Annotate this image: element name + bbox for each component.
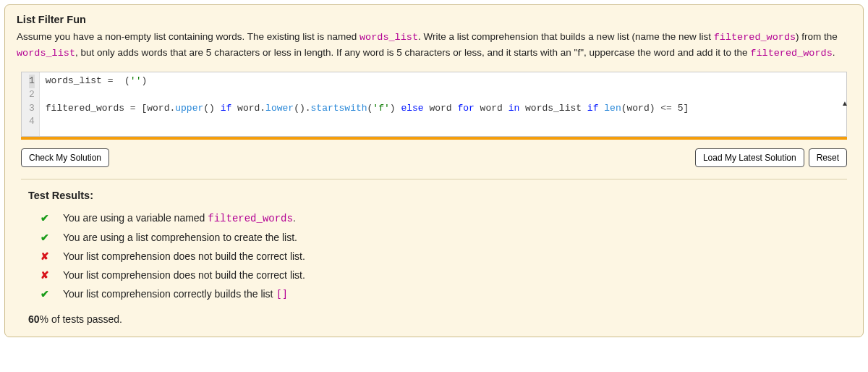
line-number-gutter: 1 2 3 4 [22,72,40,136]
code-token: [word. [136,103,176,114]
result-text: You are using a list comprehension to cr… [63,232,297,243]
code-editor[interactable]: 1 2 3 4 words_list = ('') filtered_words… [21,72,847,137]
code-token: else [401,103,423,114]
check-icon: ✔ [40,288,50,300]
code-token: for [457,103,474,114]
check-icon: ✔ [40,232,50,243]
code-token: 'f' [373,103,389,114]
action-button-row: Check My Solution Load My Latest Solutio… [17,148,851,167]
prompt-text: ) from the [796,31,838,42]
code-token: ( [113,75,129,86]
code-token: word. [231,103,265,114]
code-token: <= [660,103,672,114]
test-result-row: ✔ You are using a list comprehension to … [28,228,840,247]
code-token: lower [265,103,294,114]
test-result-row: ✔ You are using a variable named filtere… [28,208,840,228]
code-token: filtered_words [46,103,130,114]
prompt-text: . [833,47,835,58]
result-text: Your list comprehension correctly builds… [63,288,276,300]
code-token: (). [294,103,310,114]
cross-icon: ✘ [40,250,50,262]
test-result-row: ✘ Your list comprehension does not build… [28,247,840,266]
test-result-row: ✔ Your list comprehension correctly buil… [28,284,840,303]
test-result-text: You are using a list comprehension to cr… [63,232,297,243]
result-code: [] [276,288,288,300]
code-token: len [604,103,621,114]
code-token: '' [130,75,142,86]
test-result-row: ✘ Your list comprehension does not build… [28,266,840,284]
code-token: if [587,103,599,114]
code-words-list: words_list [17,48,75,59]
test-result-text: Your list comprehension correctly builds… [63,288,288,300]
code-words-list: words_list [359,32,418,43]
line-number: 2 [29,88,35,102]
code-token: ) [390,103,401,114]
code-token: startswith [311,103,367,114]
code-token [672,103,678,114]
test-result-text: You are using a variable named filtered_… [63,212,296,224]
line-number: 4 [29,115,35,129]
reset-button[interactable]: Reset [809,148,847,167]
result-text: Your list comprehension does not build t… [63,269,305,281]
result-code: filtered_words [208,213,293,224]
code-token: word [475,103,509,114]
code-token: words_list [46,75,108,86]
load-latest-button[interactable]: Load My Latest Solution [695,148,804,167]
prompt-text: Assume you have a non-empty list contain… [17,31,359,42]
result-text: You are using a variable named [63,212,208,224]
line-number: 3 [29,102,35,116]
code-token: = [130,103,136,114]
check-icon: ✔ [40,212,50,224]
collapse-caret-icon[interactable]: ▲ [841,99,848,107]
pass-suffix: % of tests passed. [40,313,122,325]
test-results-title: Test Results: [28,190,840,201]
prompt-text: , but only adds words that are 5 charact… [75,47,750,58]
code-token: word [424,103,458,114]
result-text: Your list comprehension does not build t… [63,250,305,262]
code-token: 5 [678,103,684,114]
editor-accent-bar [21,137,847,140]
prompt-text: . Write a list comprehension that builds… [418,31,714,42]
code-token: ] [684,103,689,114]
exercise-title: List Filter Fun [17,14,851,25]
line-number: 1 [29,75,35,88]
result-text: . [293,212,296,224]
pass-rate: 60% of tests passed. [28,313,840,325]
code-token: upper [175,103,203,114]
test-result-text: Your list comprehension does not build t… [63,269,305,281]
code-token: () [203,103,220,114]
exercise-prompt: Assume you have a non-empty list contain… [17,30,851,62]
exercise-panel: List Filter Fun Assume you have a non-em… [4,4,864,337]
pass-percent: 60 [28,313,40,325]
code-filtered-words: filtered_words [714,32,796,43]
code-token: (word) [621,103,661,114]
code-filtered-words: filtered_words [750,48,832,59]
code-content[interactable]: words_list = ('') filtered_words = [word… [40,72,846,136]
test-results: Test Results: ✔ You are using a variable… [17,190,851,325]
check-solution-button[interactable]: Check My Solution [21,148,109,167]
test-result-text: Your list comprehension does not build t… [63,250,305,262]
code-token: if [221,103,232,114]
code-token: words_list [519,103,587,114]
divider [21,179,847,179]
cross-icon: ✘ [40,269,50,281]
code-token: in [509,103,520,114]
code-token: ) [141,75,147,86]
